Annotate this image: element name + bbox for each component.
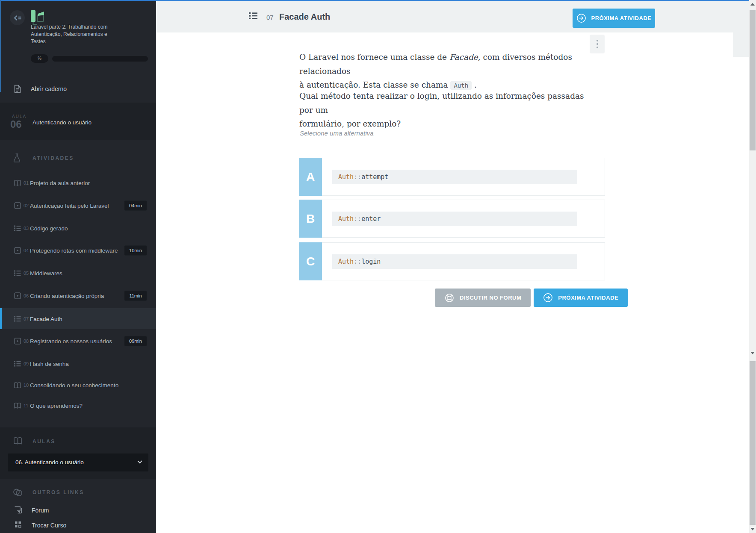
sidebar-item-hash-de-senha[interactable]: 09 Hash de senha [0,353,156,374]
activity-number: 03 [24,226,29,231]
activity-number: 04 [24,248,29,253]
activity-number: 08 [24,339,29,344]
scrollbar-thumb-outer[interactable] [750,361,756,525]
left-accent-line [0,0,1,92]
activity-label: Consolidando o seu conhecimento [30,382,118,389]
course-title: Laravel parte 2: Trabalhando com Autenti… [31,24,121,45]
forum-label: Fórum [32,507,49,514]
sidebar-item-criando-autenticacao-propria[interactable]: 06 Criando autenticação própria 11min [0,286,156,306]
aulas-section: AULAS 06. Autenticando o usuário [0,427,156,479]
activity-label: Facade Auth [30,315,62,322]
switch-course-label: Trocar Curso [32,522,66,529]
question-text: Qual método tenta realizar o login, util… [299,91,584,115]
list-icon [14,270,21,276]
course-progress-bar [52,56,148,62]
next-activity-button-bottom[interactable]: PRÓXIMA ATIVIDADE [534,289,628,307]
activity-number: 11 [24,403,28,408]
scroll-down-arrow-icon[interactable] [750,352,755,354]
question-paragraph-2: Qual método tenta realizar o login, util… [299,89,594,131]
answer-option-a[interactable]: A Auth::attempt [299,158,605,196]
answer-option-b[interactable]: B Auth::enter [299,200,605,238]
duration-badge: 09min [124,336,147,346]
activities-section-label: ATIVIDADES [32,155,74,161]
activity-title: Facade Auth [279,12,330,22]
video-icon [14,292,21,299]
flask-icon [13,153,21,162]
question-text: O Laravel nos fornece uma classe de [299,53,449,62]
code-method-token: login [361,258,381,265]
scrollbar[interactable] [749,0,756,533]
option-letter-badge: A [299,158,322,196]
activity-number: 05 [24,271,29,276]
sidebar-item-registrando-os-nossos-usuarios[interactable]: 08 Registrando os nossos usuários 09min [0,331,156,351]
option-letter-badge: C [299,242,322,280]
code-class-token: Auth [338,258,354,265]
list-icon [14,225,21,231]
question-text: formulário, por exemplo? [299,119,401,128]
forum-link[interactable]: Fórum [0,505,156,518]
next-activity-label: PRÓXIMA ATIVIDADE [591,15,652,21]
lesson-select-dropdown[interactable]: 06. Autenticando o usuário [8,453,148,471]
option-body: Auth::attempt [322,158,605,196]
answer-option-c[interactable]: C Auth::login [299,242,605,280]
sidebar-item-codigo-gerado[interactable]: 03 Código gerado [0,218,156,239]
activity-number: 02 [24,203,29,208]
code-separator-token: :: [354,258,361,265]
question-text: à autenticação. Esta classe se chama [299,80,450,89]
link-icon [12,488,23,497]
option-letter-badge: B [299,200,322,238]
discuss-forum-label: DISCUTIR NO FORUM [460,294,521,301]
video-icon [14,202,21,209]
discuss-forum-button[interactable]: DISCUTIR NO FORUM [435,289,531,307]
progress-percent-badge: % [31,54,48,63]
sidebar-item-projeto-da-aula-anterior[interactable]: 01 Projeto da aula anterior [0,173,156,193]
open-notebook-link[interactable]: Abrir caderno [0,82,156,97]
forum-icon [14,506,22,514]
sidebar-item-middlewares[interactable]: 05 Middlewares [0,263,156,283]
other-links-section-header: OUTROS LINKS [0,488,156,499]
aulas-section-header: AULAS [0,437,156,448]
sidebar-item-consolidando-o-seu-conhecimento[interactable]: 10 Consolidando o seu conhecimento [0,375,156,395]
activities-section-header: ATIVIDADES [0,153,156,165]
activity-number: 10 [24,383,29,388]
collapse-sidebar-button[interactable] [10,10,25,25]
video-icon [14,338,21,345]
grid-icon [15,521,21,528]
activity-number: 01 [24,180,29,186]
scroll-down-arrow-icon[interactable] [750,528,755,530]
activity-main: 07 Facade Auth PRÓXIMA ATIVIDADE O Larav… [156,0,749,533]
option-code-block: Auth::attempt [332,170,577,184]
duration-badge: 11min [124,291,147,301]
question-italic-facade: Facade [449,53,478,62]
arrow-right-circle-icon [576,13,586,23]
activity-label: Código gerado [30,225,68,232]
open-book-icon [13,437,22,445]
sidebar-item-facade-auth-selected[interactable]: 07 Facade Auth [0,308,156,329]
activity-number: 06 [24,293,29,298]
activity-label: O que aprendemos? [30,403,83,409]
next-activity-label: PRÓXIMA ATIVIDADE [558,294,618,301]
question-paragraph-1: O Laravel nos fornece uma classe de Faca… [299,50,594,93]
scroll-up-arrow-icon[interactable] [750,3,755,6]
question-text: . [472,80,477,89]
sidebar-item-o-que-aprendemos[interactable]: 11 O que aprendemos? [0,395,156,416]
activity-header: 07 Facade Auth PRÓXIMA ATIVIDADE [156,1,749,32]
lifebuoy-icon [444,293,455,303]
list-icon [14,316,21,322]
activity-label: Projeto da aula anterior [30,180,90,186]
aulas-section-label: AULAS [32,439,56,445]
book-icon [14,180,21,186]
activity-label: Middlewares [30,270,62,277]
duration-badge: 04min [124,201,147,211]
next-activity-button-top[interactable]: PRÓXIMA ATIVIDADE [573,9,655,28]
course-sidebar: Laravel parte 2: Trabalhando com Autenti… [0,1,156,533]
code-class-token: Auth [338,215,354,223]
switch-course-link[interactable]: Trocar Curso [0,520,156,533]
option-body: Auth::enter [322,200,605,238]
sidebar-item-protegendo-rotas-com-middleware[interactable]: 04 Protegendo rotas com middleware 10min [0,240,156,261]
code-separator-token: :: [354,173,361,181]
scrollbar-thumb-inner[interactable] [750,10,756,150]
option-body: Auth::login [322,242,605,280]
sidebar-item-autenticacao-feita-pelo-laravel[interactable]: 02 Autenticação feita pelo Laravel 04min [0,195,156,216]
activity-number: 07 [266,14,274,21]
